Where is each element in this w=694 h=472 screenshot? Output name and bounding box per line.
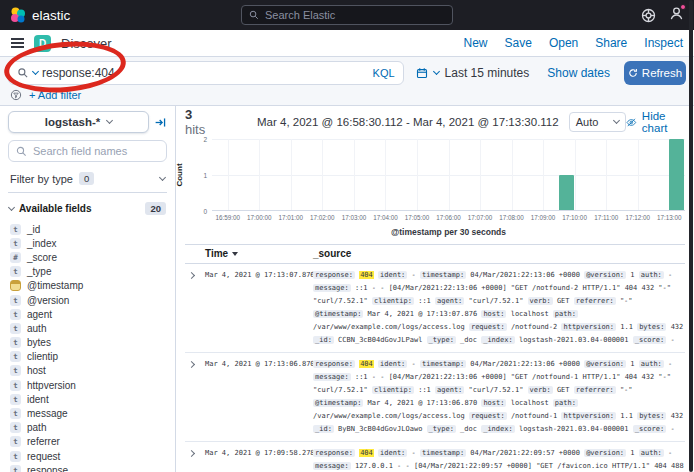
source-field-key: referrer: [574,386,616,394]
query-input[interactable]: response:404 KQL [8,61,404,85]
add-filter-button[interactable]: + Add filter [29,89,81,101]
histogram-bar-17:13:00[interactable] [669,139,684,210]
source-field-key: timestamp: [420,360,466,368]
query-text[interactable]: response:404 [42,66,369,80]
header-actions [641,6,684,25]
field-name: _index [27,238,56,249]
available-fields-header[interactable]: Available fields 20 [8,202,167,215]
field-name: response [27,465,68,472]
field-item-httpversion[interactable]: thttpversion [8,378,167,392]
source-field-key: agent: [435,386,464,394]
source-field-value: - [668,449,672,457]
field-item-_score[interactable]: #_score [8,250,167,264]
row-source: response: 404 ident: - timestamp: 04/Mar… [313,358,685,436]
source-field-key: _index: [481,336,515,344]
field-item-path[interactable]: tpath [8,421,167,435]
filter-by-type[interactable]: Filter by type 0 [8,169,167,193]
field-type-icon: t [10,295,21,306]
histogram-bar-17:09:30[interactable] [559,175,574,211]
time-range-value[interactable]: Last 15 minutes [445,66,530,80]
chart-plot-area [212,139,685,211]
expand-row-icon[interactable] [188,272,195,279]
filter-icon[interactable] [10,89,22,101]
show-dates-button[interactable]: Show dates [547,66,610,80]
field-item-auth[interactable]: tauth [8,321,167,335]
field-name: _type [27,266,51,277]
vertical-scrollbar[interactable] [689,0,693,472]
source-field-key: host: [481,310,506,318]
source-field-key: @version: [584,449,626,457]
discover-app-badge[interactable]: D [34,35,51,52]
field-item-@version[interactable]: t@version [8,293,167,307]
query-language-button[interactable]: KQL [373,67,395,79]
x-tick: 17:08:00 [499,214,524,221]
highlighted-value: 404 [359,449,374,457]
source-field-value: localhost [511,399,549,407]
source-field-value: 04/Mar/2021:22:09:57 +0000 [470,449,580,457]
filter-type-chevron-icon [159,173,166,180]
source-field-key: verb: [528,297,553,305]
field-item-ident[interactable]: tident [8,392,167,406]
menu-icon[interactable] [11,38,24,48]
source-field-key: _type: [427,425,456,433]
field-item-message[interactable]: tmessage [8,406,167,420]
nav-new[interactable]: New [464,36,488,50]
interval-select[interactable]: Auto [569,112,626,132]
expand-row-icon[interactable] [188,450,195,457]
expand-row-icon[interactable] [188,361,195,368]
nav-inspect[interactable]: Inspect [644,36,683,50]
saved-query-chevron-icon[interactable] [32,68,39,75]
filter-row: + Add filter [8,87,686,102]
field-item-clientip[interactable]: tclientip [8,350,167,364]
field-search-input[interactable]: Search field names [8,140,167,162]
table-body: Mar 4, 2021 @ 17:13:07.876response: 404 … [185,264,685,472]
y-tick: 1 [203,172,207,179]
field-item-_index[interactable]: t_index [8,236,167,250]
source-field-key: message: [313,373,351,381]
user-avatar[interactable] [669,6,684,25]
source-field-key: request: [469,412,507,420]
source-field-value: GET [557,386,570,394]
nav-save[interactable]: Save [505,36,532,50]
time-column-header[interactable]: Time [205,248,307,259]
source-field-key: clientip: [372,386,414,394]
calendar-icon [416,67,428,79]
field-item-response[interactable]: tresponse [8,463,167,472]
field-type-icon: t [10,422,21,433]
hide-chart-button[interactable]: Hide chart [626,110,685,134]
field-type-icon: t [10,337,21,348]
field-item-agent[interactable]: tagent [8,307,167,321]
field-item-@timestamp[interactable]: @timestamp [8,279,167,293]
kibana-discover-screen: elastic Search Elastic [0,0,694,472]
source-field-key: verb: [528,386,553,394]
refresh-button[interactable]: Refresh [624,61,686,85]
nav-open[interactable]: Open [549,36,578,50]
date-picker[interactable]: Last 15 minutes [412,66,534,80]
collapse-sidebar-icon[interactable] [154,116,167,129]
nav-share[interactable]: Share [595,36,627,50]
field-item-bytes[interactable]: tbytes [8,336,167,350]
field-search-placeholder: Search field names [33,145,127,157]
field-count-badge: 20 [145,202,166,215]
field-item-_type[interactable]: t_type [8,265,167,279]
source-column-header: _source [313,248,685,259]
source-field-value: - [670,425,674,433]
saved-query-icon[interactable] [17,67,29,79]
y-axis-ticks: 012 [198,139,209,211]
source-field-key: timestamp: [420,449,466,457]
help-icon[interactable] [641,8,656,23]
global-search-input[interactable]: Search Elastic [241,5,453,25]
elastic-brand[interactable]: elastic [10,7,70,23]
field-item-_id[interactable]: t_id [8,222,167,236]
field-item-referrer[interactable]: treferrer [8,435,167,449]
field-name: referrer [27,436,60,447]
source-field-key: _score: [633,425,667,433]
field-item-request[interactable]: trequest [8,449,167,463]
source-field-value: 1 [630,271,634,279]
source-field-value: localhost [511,310,549,318]
index-pattern-select[interactable]: logstash-* [8,111,149,133]
source-field-key: path: [553,310,578,318]
source-field-key: referrer: [574,297,616,305]
field-item-host[interactable]: thost [8,364,167,378]
source-field-key: @version: [584,360,626,368]
